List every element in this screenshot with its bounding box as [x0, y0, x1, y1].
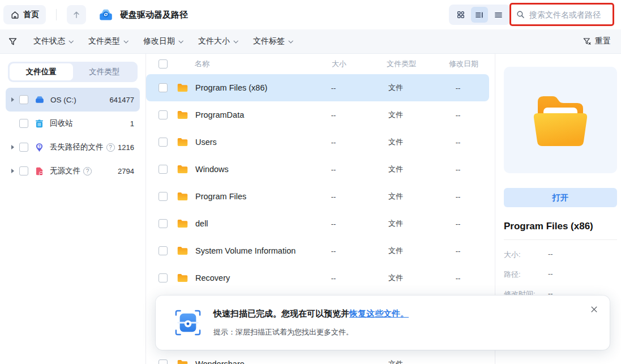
row-checkbox[interactable] — [159, 192, 168, 201]
list-view-button[interactable] — [490, 7, 507, 23]
filter-file-type[interactable]: 文件类型 — [88, 36, 127, 46]
filter-label: 文件类型 — [88, 36, 120, 46]
item-count: 1 — [130, 119, 134, 128]
folder-icon — [177, 83, 189, 93]
home-button[interactable]: 首页 — [3, 5, 46, 24]
filter-file-tag[interactable]: 文件标签 — [253, 36, 292, 46]
filter-funnel-icon — [8, 37, 18, 46]
list-view-icon — [494, 10, 503, 20]
row-checkbox[interactable] — [159, 165, 168, 174]
table-row[interactable]: Program Files -- 文件 -- — [146, 183, 489, 210]
drive-scan-icon — [97, 6, 114, 23]
row-date: -- — [427, 84, 489, 92]
column-size[interactable]: 大小 — [308, 59, 370, 69]
toast-text: 快速扫描已完成。您现在可以预览并 — [213, 309, 349, 318]
sidebar: 文件位置 文件类型 OS (C:) 641477 — [0, 54, 146, 364]
table-row[interactable]: System Volume Information -- 文件 -- — [146, 237, 489, 264]
search-input[interactable] — [529, 10, 608, 19]
field-label: 路径: — [504, 269, 548, 280]
search-annotation-box — [509, 3, 614, 26]
row-name: Program Files (x86) — [195, 83, 302, 92]
table-row[interactable]: ProgramData -- 文件 -- — [146, 101, 489, 129]
toast-message: 快速扫描已完成。您现在可以预览并恢复这些文件。 — [213, 309, 409, 319]
expand-caret-icon[interactable] — [11, 169, 14, 173]
search-icon — [516, 10, 525, 19]
row-checkbox[interactable] — [159, 246, 168, 255]
item-count: 641477 — [110, 96, 134, 104]
row-date: -- — [427, 111, 489, 119]
filter-file-status[interactable]: 文件状态 — [33, 36, 72, 46]
row-checkbox[interactable] — [159, 273, 168, 282]
folder-icon — [177, 359, 189, 364]
field-path: 路径: -- — [504, 269, 617, 280]
filter-file-size[interactable]: 文件大小 — [198, 36, 237, 46]
item-checkbox[interactable] — [19, 119, 28, 128]
sidebar-item-lost-path-files[interactable]: ? 丢失路径的文件 ? 1216 — [6, 135, 140, 159]
row-type: 文件 — [365, 273, 427, 283]
svg-text:?: ? — [38, 144, 40, 148]
open-button[interactable]: 打开 — [504, 188, 617, 207]
select-all-checkbox[interactable] — [159, 59, 168, 68]
row-checkbox[interactable] — [159, 83, 168, 92]
folder-icon — [177, 164, 189, 174]
row-checkbox[interactable] — [159, 138, 168, 147]
folder-icon — [177, 191, 189, 202]
item-checkbox[interactable] — [19, 166, 28, 175]
detail-view-button[interactable] — [471, 7, 488, 23]
up-button[interactable] — [67, 5, 86, 24]
sidebar-item-recycle-bin[interactable]: 回收站 1 — [6, 112, 140, 135]
column-type[interactable]: 文件类型 — [370, 59, 432, 69]
table-row[interactable]: Windows -- 文件 -- — [146, 156, 489, 183]
top-bar: 首页 硬盘驱动器及路径 — [0, 0, 621, 29]
help-icon[interactable]: ? — [83, 167, 92, 175]
help-icon[interactable]: ? — [106, 143, 115, 152]
reset-label: 重置 — [595, 36, 611, 46]
page-title: 硬盘驱动器及路径 — [120, 10, 188, 20]
no-source-icon — [34, 166, 45, 177]
tab-file-type[interactable]: 文件类型 — [73, 63, 136, 80]
sidebar-item-os-c[interactable]: OS (C:) 641477 — [6, 88, 140, 112]
column-date[interactable]: 修改日期 — [432, 59, 495, 69]
row-type: 文件 — [365, 83, 427, 93]
table-row[interactable]: Recovery -- 文件 -- — [146, 264, 489, 292]
row-size: -- — [302, 274, 365, 282]
expand-caret-icon[interactable] — [11, 97, 14, 102]
tab-file-location[interactable]: 文件位置 — [10, 63, 73, 80]
expand-caret-icon[interactable] — [11, 145, 14, 149]
row-checkbox[interactable] — [159, 110, 168, 119]
filter-modified-date[interactable]: 修改日期 — [143, 36, 182, 46]
table-row[interactable]: Wondershare -- 文件 -- — [146, 350, 489, 364]
open-folder-icon — [524, 87, 597, 153]
filter-label: 文件状态 — [33, 36, 65, 46]
grid-view-button[interactable] — [452, 7, 469, 23]
row-date: -- — [427, 165, 489, 174]
column-name[interactable]: 名称 — [195, 59, 308, 69]
row-type: 文件 — [365, 219, 427, 229]
row-type: 文件 — [365, 164, 427, 174]
row-name: Users — [195, 138, 302, 147]
row-size: -- — [302, 84, 365, 92]
row-checkbox[interactable] — [159, 359, 168, 364]
field-value: -- — [548, 250, 553, 260]
recover-files-link[interactable]: 恢复这些文件。 — [349, 309, 409, 318]
row-name: ProgramData — [195, 110, 302, 119]
row-name: Windows — [195, 165, 302, 174]
chevron-down-icon — [178, 38, 183, 43]
close-icon[interactable] — [588, 303, 599, 315]
location-tree: OS (C:) 641477 回收站 1 — [0, 88, 145, 183]
table-row[interactable]: Users -- 文件 -- — [146, 129, 489, 156]
home-icon — [10, 10, 20, 20]
sidebar-item-no-source-files[interactable]: 无源文件 ? 2794 — [6, 159, 140, 183]
item-checkbox[interactable] — [19, 95, 28, 104]
item-checkbox[interactable] — [19, 143, 28, 152]
field-value: -- — [548, 269, 553, 280]
table-row[interactable]: Program Files (x86) -- 文件 -- — [146, 74, 489, 101]
row-type: 文件 — [365, 137, 427, 147]
row-date: -- — [427, 192, 489, 201]
reset-filters-button[interactable]: 重置 — [583, 36, 611, 46]
item-label: OS (C:) — [50, 96, 76, 104]
drive-icon — [34, 94, 45, 105]
row-size: -- — [302, 192, 365, 201]
row-checkbox[interactable] — [159, 219, 168, 228]
table-row[interactable]: dell -- 文件 -- — [146, 210, 489, 237]
